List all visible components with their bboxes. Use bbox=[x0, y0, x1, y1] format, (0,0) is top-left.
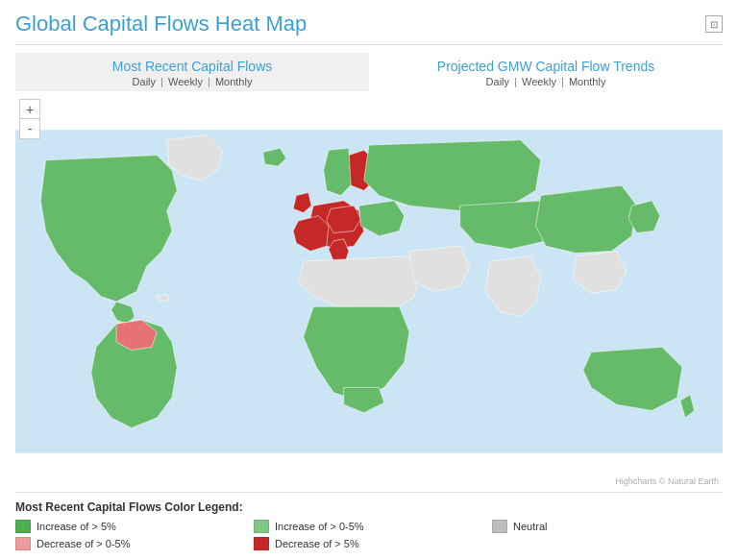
tab-section-left: Most Recent Capital Flows Daily | Weekly… bbox=[15, 53, 369, 91]
page-title: Global Capital Flows Heat Map bbox=[15, 12, 307, 37]
legend-swatch-increase-gt5 bbox=[15, 520, 31, 533]
zoom-in-button[interactable]: + bbox=[20, 100, 39, 119]
legend-item-increase-gt5: Increase of > 5% bbox=[15, 520, 246, 533]
legend-label-decrease-0-5: Decrease of > 0-5% bbox=[37, 538, 131, 549]
legend-item-decrease-0-5: Decrease of > 0-5% bbox=[15, 537, 246, 550]
map-area: + - bbox=[15, 95, 723, 488]
tab-section-right: Projected GMW Capital Flow Trends Daily … bbox=[369, 53, 723, 91]
legend-grid: Increase of > 5% Increase of > 0-5% Neut… bbox=[15, 520, 723, 550]
tab-right-links: Daily | Weekly | Monthly bbox=[377, 76, 715, 87]
legend-swatch-increase-0-5 bbox=[254, 520, 269, 533]
zoom-controls: + - bbox=[19, 99, 40, 139]
header: Global Capital Flows Heat Map ⊡ bbox=[15, 12, 723, 45]
legend-swatch-neutral bbox=[492, 520, 507, 533]
tab-right-daily[interactable]: Daily bbox=[486, 76, 509, 87]
tab-left-monthly[interactable]: Monthly bbox=[215, 76, 253, 87]
legend-item-neutral: Neutral bbox=[492, 520, 723, 533]
legend-label-decrease-gt5: Decrease of > 5% bbox=[275, 538, 359, 549]
legend-item-decrease-gt5: Decrease of > 5% bbox=[254, 537, 484, 550]
tab-right-weekly[interactable]: Weekly bbox=[522, 76, 556, 87]
tab-left-weekly[interactable]: Weekly bbox=[168, 76, 203, 87]
legend-label-neutral: Neutral bbox=[513, 521, 547, 532]
legend-label-increase-gt5: Increase of > 5% bbox=[37, 521, 116, 532]
legend-item-increase-0-5: Increase of > 0-5% bbox=[254, 520, 484, 533]
tab-left-links: Daily | Weekly | Monthly bbox=[23, 76, 361, 87]
legend-label-increase-0-5: Increase of > 0-5% bbox=[275, 521, 364, 532]
legend-swatch-decrease-0-5 bbox=[15, 537, 31, 550]
legend-item-empty bbox=[492, 537, 723, 550]
legend-title: Most Recent Capital Flows Color Legend: bbox=[15, 500, 723, 514]
tab-right-title: Projected GMW Capital Flow Trends bbox=[377, 59, 715, 74]
legend-swatch-decrease-gt5 bbox=[254, 537, 269, 550]
legend-area: Most Recent Capital Flows Color Legend: … bbox=[15, 492, 723, 550]
tab-left-title: Most Recent Capital Flows bbox=[23, 59, 361, 74]
world-map bbox=[15, 95, 723, 488]
zoom-out-button[interactable]: - bbox=[20, 119, 39, 138]
tab-right-monthly[interactable]: Monthly bbox=[569, 76, 606, 87]
tab-left-daily[interactable]: Daily bbox=[133, 76, 156, 87]
expand-button[interactable]: ⊡ bbox=[705, 15, 723, 33]
chart-credit: Highcharts © Natural Earth bbox=[615, 476, 719, 486]
main-container: Global Capital Flows Heat Map ⊡ Most Rec… bbox=[0, 0, 738, 560]
tabs-row: Most Recent Capital Flows Daily | Weekly… bbox=[15, 53, 723, 91]
